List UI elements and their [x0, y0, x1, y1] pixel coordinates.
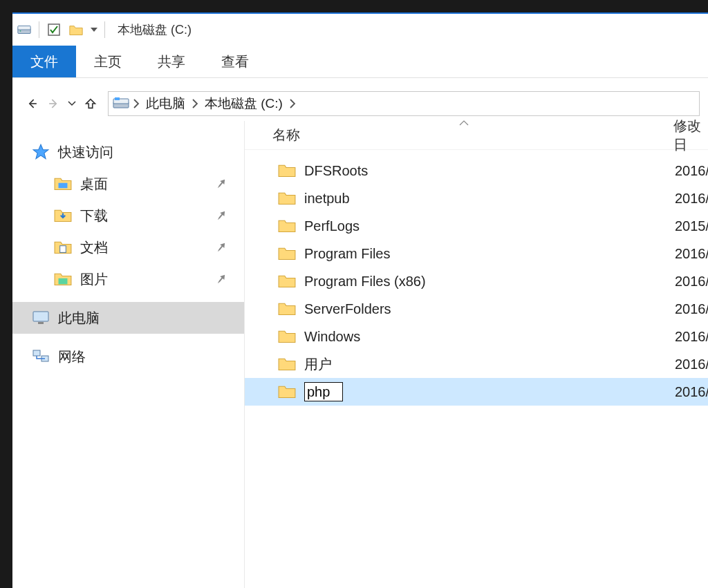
folder-icon: [278, 384, 296, 399]
file-date: 2016/: [675, 191, 708, 207]
folder-icon: [278, 191, 296, 206]
navigation-row: 此电脑 本地磁盘 (C:): [12, 86, 708, 121]
file-date: 2016/: [675, 274, 708, 290]
sidebar-desktop[interactable]: 桌面: [12, 168, 244, 200]
file-name: PerfLogs: [304, 218, 360, 234]
sidebar-documents[interactable]: 文档: [12, 231, 244, 263]
tab-share[interactable]: 共享: [140, 46, 203, 77]
tab-file[interactable]: 文件: [12, 46, 76, 77]
svg-rect-1: [18, 26, 30, 30]
file-name: 用户: [304, 355, 332, 374]
quick-access-toolbar: [46, 22, 97, 37]
sidebar-label: 此电脑: [58, 309, 100, 328]
address-drive-icon: [113, 97, 129, 110]
sidebar-label: 网络: [58, 348, 86, 366]
chevron-right-icon[interactable]: [191, 97, 199, 110]
svg-rect-11: [38, 322, 44, 324]
file-date: 2016/: [675, 357, 708, 372]
folder-icon: [278, 329, 296, 344]
folder-icon: [278, 246, 296, 261]
file-row[interactable]: 用户2016/: [245, 350, 708, 378]
svg-rect-8: [60, 246, 66, 253]
tab-view[interactable]: 查看: [203, 46, 267, 77]
window-title: 本地磁盘 (C:): [118, 21, 192, 38]
main-pane: 名称 修改日 DFSRoots2016/inetpub2016/PerfLogs…: [245, 121, 708, 588]
breadcrumb-local-disk[interactable]: 本地磁盘 (C:): [202, 93, 286, 114]
chevron-right-icon[interactable]: [132, 97, 140, 110]
sort-ascending-icon: [459, 120, 469, 126]
properties-qat-icon[interactable]: [46, 22, 62, 37]
folder-icon: [278, 301, 296, 316]
rename-input[interactable]: [304, 382, 343, 401]
title-bar: 本地磁盘 (C:): [12, 14, 708, 46]
pin-icon: [212, 270, 230, 287]
svg-rect-12: [33, 350, 40, 356]
column-headers: 名称 修改日: [245, 121, 708, 150]
star-icon: [32, 144, 50, 160]
qat-dropdown-icon[interactable]: [91, 28, 97, 32]
column-date-header[interactable]: 修改日: [673, 117, 708, 154]
file-name: Program Files (x86): [304, 274, 426, 290]
file-row[interactable]: Windows2016/: [245, 323, 708, 350]
pictures-folder-icon: [54, 271, 72, 287]
svg-rect-10: [33, 312, 48, 321]
file-row-renaming[interactable]: 2016/: [245, 378, 708, 406]
sidebar-network[interactable]: 网络: [12, 341, 244, 372]
chevron-right-icon[interactable]: [288, 97, 297, 110]
file-date: 2016/: [675, 246, 708, 262]
column-name-header[interactable]: 名称: [272, 126, 300, 144]
file-date: 2016/: [675, 329, 708, 345]
pin-icon: [212, 207, 230, 224]
file-row[interactable]: ServerFolders2016/: [245, 295, 708, 323]
file-list: DFSRoots2016/inetpub2016/PerfLogs2015/Pr…: [245, 150, 708, 588]
file-date: 2016/: [675, 163, 708, 179]
svg-rect-9: [59, 278, 68, 285]
pin-icon: [212, 238, 230, 256]
nav-forward-button[interactable]: [46, 96, 61, 111]
file-name: Windows: [304, 329, 360, 345]
sidebar-quick-access[interactable]: 快速访问: [12, 136, 244, 168]
folder-icon: [278, 218, 296, 234]
file-date: 2016/: [675, 301, 708, 317]
svg-rect-6: [115, 97, 120, 100]
svg-point-2: [20, 30, 21, 32]
svg-rect-7: [59, 183, 68, 189]
file-row[interactable]: inetpub2016/: [245, 184, 708, 212]
navigation-pane: 快速访问 桌面 下载: [12, 121, 245, 588]
folder-icon: [278, 274, 296, 289]
tab-home[interactable]: 主页: [76, 46, 140, 77]
sidebar-downloads[interactable]: 下载: [12, 200, 244, 231]
explorer-window: 本地磁盘 (C:) 文件 主页 共享 查看 此电脑: [12, 12, 708, 588]
sidebar-pictures[interactable]: 图片: [12, 263, 244, 295]
file-row[interactable]: DFSRoots2016/: [245, 157, 708, 184]
desktop-folder-icon: [54, 176, 72, 192]
content-split: 快速访问 桌面 下载: [12, 121, 708, 588]
breadcrumb-this-pc[interactable]: 此电脑: [143, 93, 188, 114]
folder-icon: [278, 163, 296, 178]
file-row[interactable]: Program Files2016/: [245, 240, 708, 267]
address-bar[interactable]: 此电脑 本地磁盘 (C:): [108, 91, 700, 116]
sidebar-label: 图片: [80, 270, 108, 289]
file-name: inetpub: [304, 191, 350, 207]
nav-back-button[interactable]: [25, 96, 40, 111]
folder-qat-icon[interactable]: [68, 23, 84, 36]
sidebar-this-pc[interactable]: 此电脑: [12, 302, 244, 334]
file-name: Program Files: [304, 246, 390, 262]
drive-icon: [17, 22, 32, 37]
folder-icon: [278, 357, 296, 372]
file-row[interactable]: Program Files (x86)2016/: [245, 267, 708, 295]
nav-history-dropdown[interactable]: [66, 98, 77, 109]
downloads-folder-icon: [54, 207, 72, 224]
network-icon: [32, 348, 50, 365]
file-row[interactable]: PerfLogs2015/: [245, 212, 708, 240]
file-name: ServerFolders: [304, 301, 391, 317]
file-name: DFSRoots: [304, 163, 368, 179]
sidebar-label: 下载: [80, 207, 108, 225]
ribbon-tabs: 文件 主页 共享 查看: [12, 46, 708, 77]
file-date: 2016/: [675, 384, 708, 400]
pin-icon: [212, 175, 230, 192]
file-date: 2015/: [675, 218, 708, 234]
sidebar-label: 桌面: [80, 175, 108, 193]
documents-folder-icon: [54, 239, 72, 256]
nav-up-button[interactable]: [83, 96, 98, 111]
